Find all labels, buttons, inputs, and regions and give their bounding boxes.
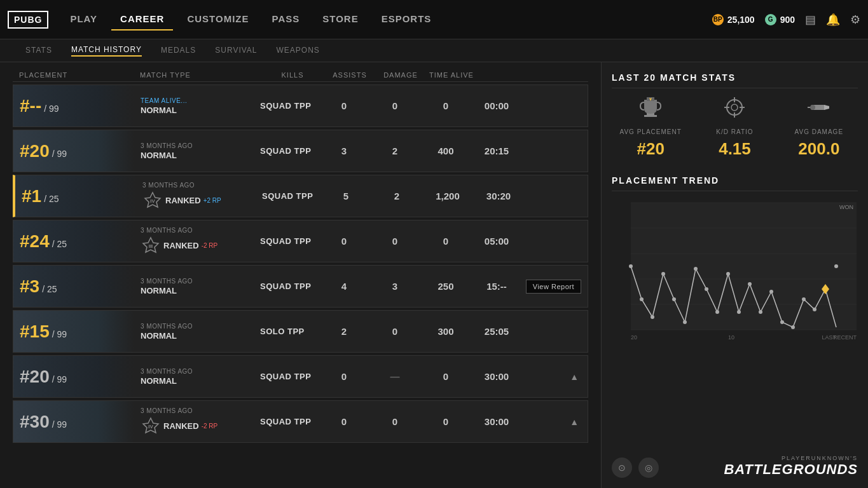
bottom-icon-2[interactable]: ◎	[638, 458, 659, 478]
settings-icon[interactable]: ⚙	[850, 13, 860, 27]
watermark-main: BATTLEGROUNDS	[724, 461, 858, 478]
table-row[interactable]: #-- / 99 TEAM ALIVE... NORMAL SQUAD TPP …	[13, 85, 588, 127]
kills-cell: 4	[319, 278, 369, 294]
placement-text: #20 / 99	[20, 367, 67, 387]
time-alive-cell: 30:00	[471, 414, 522, 430]
placement-num: #30	[20, 412, 50, 432]
table-row[interactable]: #1 / 25 3 MONTHS AGO IV RANKED +2 RP SQU…	[13, 175, 588, 217]
match-age: 3 MONTHS AGO	[142, 182, 251, 189]
logo[interactable]: PUBG	[8, 11, 48, 29]
col-match-type: MATCH TYPE	[140, 71, 261, 79]
svg-point-34	[694, 267, 698, 271]
svg-text:WON: WON	[839, 204, 853, 210]
placement-total: / 99	[52, 419, 67, 430]
damage-cell: 0	[420, 98, 471, 114]
placement-text: #30 / 99	[20, 412, 67, 432]
col-damage: DAMAGE	[375, 71, 426, 79]
match-mode: NORMAL	[141, 331, 249, 341]
col-placement: PLACEMENT	[19, 71, 140, 79]
sub-nav-weapons[interactable]: WEAPONS	[277, 46, 320, 56]
svg-point-39	[748, 282, 752, 286]
svg-rect-7	[644, 115, 657, 117]
g-icon: G	[765, 14, 776, 25]
bottom-icon-1[interactable]: ⊙	[612, 458, 632, 478]
nav-customize[interactable]: CUSTOMIZE	[178, 8, 258, 30]
svg-point-30	[651, 315, 654, 319]
table-row[interactable]: #20 / 99 3 MONTHS AGO NORMAL SQUAD TPP 0…	[13, 355, 588, 398]
svg-text:10: 10	[728, 334, 734, 341]
match-type-label: SOLO TPP	[255, 324, 319, 339]
match-type-cell: 3 MONTHS AGO IV RANKED +2 RP	[136, 177, 257, 215]
kills-cell: 0	[319, 98, 369, 114]
placement-cell: #1 / 25	[15, 175, 136, 217]
kd-label: K/D RATIO	[716, 128, 753, 135]
col-assists: ASSISTS	[324, 71, 375, 79]
damage-cell: 0	[420, 233, 471, 249]
sub-nav-survival[interactable]: SURVIVAL	[215, 46, 257, 56]
sub-nav-match-history[interactable]: MATCH HISTORY	[71, 45, 142, 57]
svg-point-35	[705, 287, 708, 291]
col-kills: KILLS	[261, 71, 324, 79]
placement-text: #20 / 99	[20, 141, 67, 161]
table-row[interactable]: #3 / 25 3 MONTHS AGO NORMAL SQUAD TPP 4 …	[13, 265, 588, 308]
warning-icon: ▲	[570, 417, 579, 427]
match-age: 3 MONTHS AGO	[141, 142, 249, 149]
match-type-cell: 3 MONTHS AGO IV RANKED -2 RP	[134, 402, 255, 441]
kills-cell: 5	[320, 188, 371, 204]
stat-avg-placement: AVG PLACEMENT #20	[612, 95, 689, 159]
damage-cell: 300	[420, 323, 471, 339]
svg-text:20: 20	[631, 334, 637, 341]
svg-point-40	[759, 310, 762, 314]
bell-icon[interactable]: 🔔	[826, 13, 840, 27]
placement-text: #15 / 99	[20, 322, 67, 342]
avg-placement-value: #20	[637, 139, 664, 159]
placement-cell: #3 / 25	[13, 266, 134, 307]
match-type-label: SQUAD TPP	[255, 98, 319, 113]
svg-point-18	[810, 105, 815, 110]
ranked-icon: III	[141, 235, 161, 255]
g-currency: G 900	[765, 14, 795, 25]
placement-cell: #24 / 25	[13, 220, 134, 262]
warning-icon: ▲	[570, 372, 579, 382]
kills-cell: 2	[319, 323, 369, 339]
svg-text:IV: IV	[150, 198, 155, 204]
placement-text: #24 / 25	[20, 231, 67, 252]
view-report-button[interactable]: View Report	[526, 280, 581, 294]
sub-nav-medals[interactable]: MEDALS	[161, 46, 196, 56]
stat-kd-ratio: K/D RATIO 4.15	[696, 95, 773, 159]
match-type-label: SQUAD TPP	[255, 144, 319, 158]
inventory-icon[interactable]: ▤	[805, 13, 816, 27]
match-type-cell: 3 MONTHS AGO III RANKED -2 RP	[134, 222, 255, 261]
table-row[interactable]: #20 / 99 3 MONTHS AGO NORMAL SQUAD TPP 3…	[13, 130, 588, 172]
match-type-label: SQUAD TPP	[255, 234, 319, 248]
placement-cell: #20 / 99	[13, 130, 134, 172]
watermark-sub: PLAYERUNKNOWN'S	[724, 455, 858, 461]
placement-trend: PLACEMENT TREND WON	[612, 175, 858, 445]
table-row[interactable]: #30 / 99 3 MONTHS AGO IV RANKED -2 RP SQ…	[13, 400, 588, 443]
match-type-cell: TEAM ALIVE... NORMAL	[134, 92, 255, 120]
time-alive-cell: 30:00	[471, 369, 522, 384]
nav-career[interactable]: CAREER	[111, 8, 173, 30]
assists-cell: 2	[369, 143, 420, 159]
time-alive-cell: 20:15	[471, 143, 522, 159]
bottom-icons: ⊙ ◎	[612, 458, 659, 478]
match-type-cell: 3 MONTHS AGO NORMAL	[134, 318, 255, 346]
nav-play[interactable]: PLAY	[61, 8, 106, 30]
sub-nav-stats[interactable]: STATS	[25, 46, 52, 56]
damage-cell: 0	[420, 369, 471, 384]
nav-esports[interactable]: ESPORTS	[373, 8, 441, 30]
placement-num: #1	[22, 186, 41, 207]
assists-cell: 0	[369, 323, 420, 339]
table-row[interactable]: #15 / 99 3 MONTHS AGO NORMAL SOLO TPP 2 …	[13, 310, 588, 353]
nav-store[interactable]: STORE	[313, 8, 367, 30]
svg-point-28	[629, 264, 633, 268]
nav-pass[interactable]: PASS	[263, 8, 309, 30]
placement-cell: #-- / 99	[13, 85, 134, 126]
table-row[interactable]: #24 / 25 3 MONTHS AGO III RANKED -2 RP S…	[13, 220, 588, 262]
match-type-label: SQUAD TPP	[255, 279, 319, 294]
assists-cell: 2	[371, 188, 422, 204]
placement-total: / 99	[44, 104, 59, 114]
match-rp: -2 RP	[202, 242, 218, 249]
avg-placement-label: AVG PLACEMENT	[620, 128, 682, 135]
placement-num: #3	[20, 276, 39, 297]
